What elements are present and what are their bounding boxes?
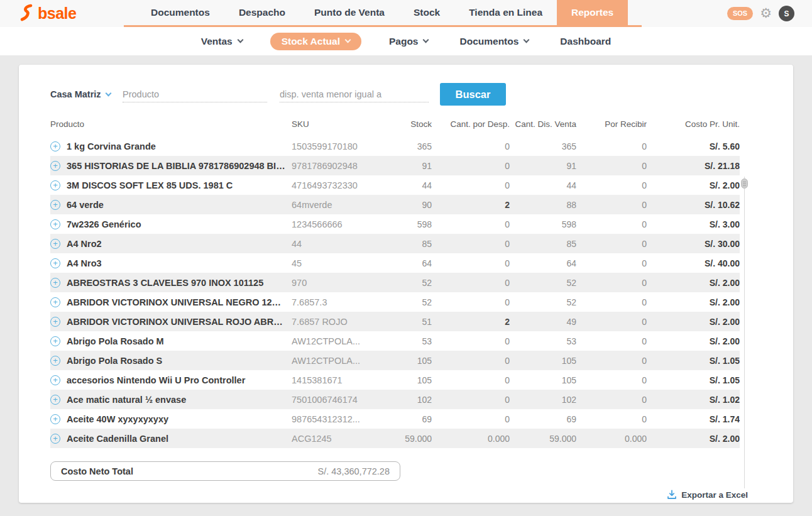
branch-selector[interactable]: Casa Matriz <box>50 89 123 99</box>
nav-item-stock[interactable]: Stock <box>399 0 454 25</box>
cant-dis-venta-value: 102 <box>510 395 576 405</box>
expand-row-icon[interactable]: + <box>50 239 60 249</box>
product-sku: 9781786902948 <box>292 161 386 171</box>
stock-value: 53 <box>386 336 432 346</box>
subnav-item-stock-actual[interactable]: Stock Actual <box>270 33 361 50</box>
stock-report-card: Casa Matriz Buscar ProductoSKUStockCant.… <box>19 65 793 503</box>
expand-row-icon[interactable]: + <box>50 219 60 229</box>
nav-item-documentos[interactable]: Documentos <box>136 0 224 25</box>
header-actions: SOS ⚙ S <box>727 0 812 27</box>
por-recibir-value: 0 <box>576 200 647 210</box>
product-sku: AW12CTPOLA... <box>292 336 386 346</box>
costo-unit-value: S/. 30.00 <box>647 239 740 249</box>
expand-row-icon[interactable]: + <box>50 414 60 424</box>
expand-row-icon[interactable]: + <box>50 375 60 385</box>
product-sku: 970 <box>292 278 386 288</box>
costo-unit-value: S/. 1.74 <box>647 414 740 424</box>
product-sku: 1503599170180 <box>292 141 386 151</box>
cant-dis-venta-value: 88 <box>510 200 576 210</box>
cant-dis-venta-value: 53 <box>510 336 576 346</box>
brand-name: bsale <box>38 4 76 23</box>
por-recibir-value: 0 <box>576 395 647 405</box>
product-name: 64 verde <box>67 200 292 210</box>
stock-value: 365 <box>386 141 432 151</box>
export-excel-label: Exportar a Excel <box>681 490 748 500</box>
expand-row-icon[interactable]: + <box>50 161 60 171</box>
scrollbar-thumb[interactable] <box>741 178 748 189</box>
cant-dis-venta-value: 49 <box>510 317 576 327</box>
expand-row-icon[interactable]: + <box>50 200 60 210</box>
costo-unit-value: S/. 10.62 <box>647 200 740 210</box>
stock-value: 105 <box>386 356 432 366</box>
expand-row-icon[interactable]: + <box>50 317 60 327</box>
expand-row-icon[interactable]: + <box>50 258 60 268</box>
bsale-logo[interactable]: bsale <box>0 0 124 27</box>
cant-por-desp-value: 0 <box>432 375 510 385</box>
avatar[interactable]: S <box>779 6 794 21</box>
product-name: 1 kg Corvina Grande <box>67 141 292 151</box>
expand-row-icon[interactable]: + <box>50 434 60 444</box>
table-row: +Aceite 40W xyxyxyxyxy987654312312...690… <box>50 409 740 429</box>
expand-row-icon[interactable]: + <box>50 297 60 307</box>
chevron-down-icon <box>423 37 429 43</box>
expand-row-icon[interactable]: + <box>50 141 60 151</box>
cant-por-desp-value: 0 <box>432 161 510 171</box>
expand-row-icon[interactable]: + <box>50 180 60 190</box>
expand-row-icon[interactable]: + <box>50 336 60 346</box>
column-header-cant-dis-venta: Cant. Dis. Venta <box>510 119 576 129</box>
subnav-item-dashboard[interactable]: Dashboard <box>556 33 615 50</box>
cant-por-desp-value: 0 <box>432 414 510 424</box>
stock-value: 105 <box>386 375 432 385</box>
search-button[interactable]: Buscar <box>440 83 506 106</box>
available-qty-input[interactable] <box>280 86 429 102</box>
product-search-input[interactable] <box>123 86 267 102</box>
product-name: ABRIDOR VICTORINOX UNIVERSAL NEGRO 12165… <box>67 297 292 307</box>
stock-value: 90 <box>386 200 432 210</box>
subnav-item-pagos[interactable]: Pagos <box>385 33 432 50</box>
main-area: Casa Matriz Buscar ProductoSKUStockCant.… <box>0 55 812 516</box>
costo-unit-value: S/. 5.60 <box>647 141 740 151</box>
por-recibir-value: 0 <box>576 414 647 424</box>
table-row: +A4 Nro244850850S/. 30.00 <box>50 234 740 253</box>
subnav-item-ventas[interactable]: Ventas <box>197 33 246 50</box>
por-recibir-value: 0 <box>576 317 647 327</box>
export-excel-link[interactable]: Exportar a Excel <box>667 490 748 500</box>
gear-icon[interactable]: ⚙ <box>760 7 772 20</box>
table-row: +7w2326 Genérico123456666659805980S/. 3.… <box>50 214 740 234</box>
nav-item-reportes[interactable]: Reportes <box>557 0 628 25</box>
chevron-down-icon <box>237 37 243 43</box>
cant-dis-venta-value: 91 <box>510 161 576 171</box>
nav-item-despacho[interactable]: Despacho <box>224 0 300 25</box>
branch-selector-label: Casa Matriz <box>50 89 101 99</box>
expand-row-icon[interactable]: + <box>50 356 60 366</box>
table-scrollbar <box>741 177 749 488</box>
nav-item-punto-de-venta[interactable]: Punto de Venta <box>300 0 399 25</box>
cant-dis-venta-value: 85 <box>510 239 576 249</box>
cant-por-desp-value: 0 <box>432 395 510 405</box>
subnav-item-documentos[interactable]: Documentos <box>456 33 532 50</box>
costo-unit-value: S/. 2.00 <box>647 180 740 190</box>
costo-unit-value: S/. 2.00 <box>647 317 740 327</box>
sos-badge[interactable]: SOS <box>727 7 753 20</box>
costo-unit-value: S/. 2.00 <box>647 434 740 444</box>
nav-item-tienda-en-linea[interactable]: Tienda en Linea <box>454 0 557 25</box>
stock-value: 52 <box>386 297 432 307</box>
expand-row-icon[interactable]: + <box>50 278 60 288</box>
cant-dis-venta-value: 105 <box>510 375 576 385</box>
cant-por-desp-value: 0.000 <box>432 434 510 444</box>
cant-por-desp-value: 0 <box>432 219 510 229</box>
stock-value: 64 <box>386 258 432 268</box>
expand-row-icon[interactable]: + <box>50 395 60 405</box>
table-row: +Abrigo Pola Rosado SAW12CTPOLA...105010… <box>50 351 740 370</box>
por-recibir-value: 0 <box>576 336 647 346</box>
product-name: A4 Nro3 <box>67 258 292 268</box>
product-name: Abrigo Pola Rosado S <box>67 356 292 366</box>
product-sku: 7.6857 ROJO <box>292 317 386 327</box>
product-name: 365 HISTORIAS DE LA BIBLIA 9781786902948… <box>67 161 292 171</box>
stock-value: 44 <box>386 180 432 190</box>
table-row: +365 HISTORIAS DE LA BIBLIA 978178690294… <box>50 156 740 175</box>
table-row: +3M DISCOS SOFT LEX 85 UDS. 1981 C471649… <box>50 175 740 195</box>
por-recibir-value: 0 <box>576 161 647 171</box>
costo-unit-value: S/. 2.00 <box>647 336 740 346</box>
product-sku: 987654312312... <box>292 414 386 424</box>
